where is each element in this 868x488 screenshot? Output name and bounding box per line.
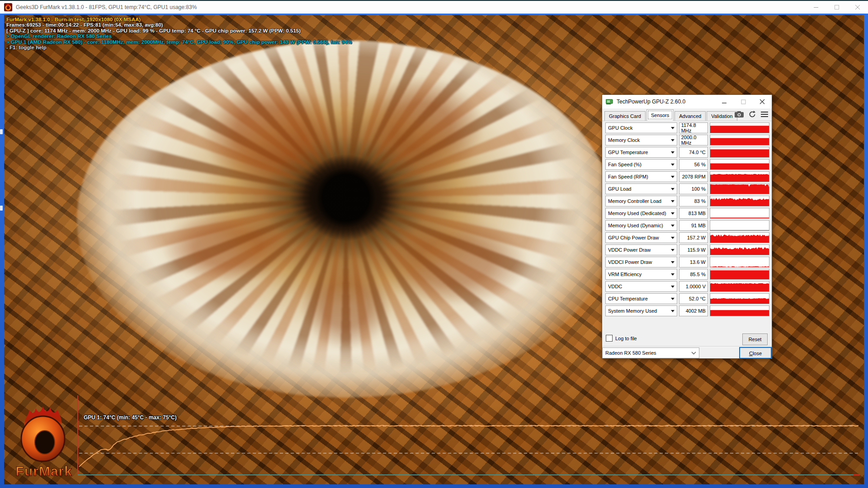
sensor-label: VDDC Power Draw xyxy=(608,247,670,253)
sensor-label: GPU Temperature xyxy=(608,150,670,155)
sensor-name-dropdown[interactable]: GPU Chip Power Draw xyxy=(605,232,677,243)
osd-stats: FurMark v1.38.1.0 - Burn-in test, 1920x1… xyxy=(6,17,352,50)
log-to-file-checkbox[interactable] xyxy=(606,335,613,342)
sensor-name-dropdown[interactable]: Fan Speed (%) xyxy=(605,159,677,170)
sensor-name-dropdown[interactable]: VDDC Power Draw xyxy=(605,244,677,255)
sensor-row: GPU Temperature 74.0 °C xyxy=(605,147,769,158)
tab-validation[interactable]: Validation xyxy=(707,111,737,121)
window-controls xyxy=(806,1,868,14)
sensor-name-dropdown[interactable]: Memory Clock xyxy=(605,135,677,145)
sensor-name-dropdown[interactable]: GPU Clock xyxy=(605,122,677,133)
gpuz-maximize-icon[interactable] xyxy=(734,95,753,108)
sensor-label: System Memory Used xyxy=(608,308,670,314)
sensor-row: GPU Clock 1174.8 MHz xyxy=(605,122,769,133)
dropdown-caret-icon xyxy=(671,127,675,129)
sensor-label: Fan Speed (RPM) xyxy=(608,174,670,179)
furmark-app-icon xyxy=(4,3,12,11)
menu-icon[interactable] xyxy=(761,112,768,117)
sensor-name-dropdown[interactable]: VDDCI Power Draw xyxy=(605,257,677,267)
gpu-temp-graph-label: GPU 1: 74°C (min: 45°C - max: 75°C) xyxy=(84,414,177,421)
furmark-logo: FurMark xyxy=(9,403,81,480)
sensor-row: Memory Clock 2000.0 MHz xyxy=(605,135,769,145)
sensor-history-graph xyxy=(710,135,769,145)
sensor-history-graph xyxy=(710,257,769,267)
gpuz-title: TechPowerUp GPU-Z 2.60.0 xyxy=(617,99,685,105)
fur-eye-pupil xyxy=(77,41,615,398)
gpuz-tab-bar: Graphics Card Sensors Advanced Validatio… xyxy=(602,108,772,121)
sensor-name-dropdown[interactable]: GPU Temperature xyxy=(605,147,677,158)
sensor-history-graph xyxy=(710,196,769,206)
desktop-item-fragment xyxy=(0,206,3,211)
dropdown-caret-icon xyxy=(671,151,675,154)
sensor-row: Fan Speed (RPM) 2078 RPM xyxy=(605,171,769,182)
sensor-row: System Memory Used 4002 MB xyxy=(605,305,769,316)
tab-advanced[interactable]: Advanced xyxy=(675,111,706,121)
gpuz-close-button[interactable]: Close xyxy=(739,347,772,359)
close-icon[interactable] xyxy=(847,1,868,14)
gpuz-toolbar xyxy=(735,111,768,118)
sensor-value: 115.9 W xyxy=(679,244,708,255)
logo-ring-hole xyxy=(35,431,55,454)
sensor-history-graph xyxy=(710,208,769,219)
osd-line: Frames:69253 - time:00:14:22 - FPS:81 (m… xyxy=(6,22,352,28)
gpu-card-selector[interactable]: Radeon RX 580 Series xyxy=(602,347,699,358)
sensor-value: 4002 MB xyxy=(679,305,708,316)
sensor-value: 1.0000 V xyxy=(679,281,708,292)
sensor-label: GPU Clock xyxy=(608,125,670,131)
sensor-name-dropdown[interactable]: System Memory Used xyxy=(605,305,677,316)
osd-line: [ GPU-Z ] core: 1174 MHz - mem: 2000 MHz… xyxy=(6,28,352,33)
sensor-name-dropdown[interactable]: Memory Used (Dedicated) xyxy=(605,208,677,219)
sensor-label: Memory Clock xyxy=(608,137,670,143)
osd-line: > GPU 1 (AMD Radeon RX 580) - core: 1180… xyxy=(6,39,352,45)
sensor-value: 13.6 W xyxy=(679,257,708,267)
sensor-name-dropdown[interactable]: GPU Load xyxy=(605,183,677,194)
dropdown-caret-icon xyxy=(671,286,675,288)
camera-icon[interactable] xyxy=(735,111,744,117)
osd-line: - F1: toggle help xyxy=(6,45,352,50)
dropdown-caret-icon xyxy=(671,176,675,178)
dropdown-caret-icon xyxy=(671,139,675,141)
gpuz-close-icon[interactable] xyxy=(753,95,772,108)
sensor-label: Memory Used (Dynamic) xyxy=(608,223,670,228)
sensor-value: 2000.0 MHz xyxy=(679,135,708,145)
sensor-value: 1174.8 MHz xyxy=(679,122,708,133)
sensor-history-graph xyxy=(710,183,769,194)
gpuz-window-controls xyxy=(715,95,772,108)
sensor-name-dropdown[interactable]: VRM Efficiency xyxy=(605,269,677,280)
sensor-history-graph xyxy=(710,269,769,280)
maximize-icon[interactable] xyxy=(826,1,847,14)
sensor-name-dropdown[interactable]: CPU Temperature xyxy=(605,293,677,304)
sensor-name-dropdown[interactable]: Fan Speed (RPM) xyxy=(605,171,677,182)
sensor-name-dropdown[interactable]: Memory Controller Load xyxy=(605,196,677,206)
sensor-row: Memory Used (Dynamic) 91 MB xyxy=(605,220,769,231)
sensor-label: GPU Chip Power Draw xyxy=(608,235,670,240)
tab-sensors[interactable]: Sensors xyxy=(646,109,674,121)
sensor-value: 56 % xyxy=(679,159,708,170)
sensor-name-dropdown[interactable]: VDDC xyxy=(605,281,677,292)
gpuz-minimize-icon[interactable] xyxy=(715,95,734,108)
sensor-row: Memory Used (Dedicated) 813 MB xyxy=(605,208,769,219)
dropdown-caret-icon xyxy=(671,261,675,263)
dropdown-caret-icon xyxy=(671,298,675,300)
gpuz-titlebar: TechPowerUp GPU-Z 2.60.0 xyxy=(602,95,772,108)
refresh-icon[interactable] xyxy=(749,111,756,118)
dropdown-caret-icon xyxy=(671,273,675,276)
sensor-row: VRM Efficiency 85.5 % xyxy=(605,269,769,280)
log-to-file-label: Log to file xyxy=(615,336,637,341)
sensor-value: 74.0 °C xyxy=(679,147,708,158)
sensor-row: Memory Controller Load 83 % xyxy=(605,196,769,206)
sensor-name-dropdown[interactable]: Memory Used (Dynamic) xyxy=(605,220,677,231)
osd-line: FurMark v1.38.1.0 - Burn-in test, 1920x1… xyxy=(6,17,352,22)
sensor-value: 83 % xyxy=(679,196,708,206)
sensor-label: Memory Used (Dedicated) xyxy=(608,211,670,216)
logo-text: FurMark xyxy=(15,464,72,479)
dropdown-caret-icon xyxy=(671,310,675,312)
reset-button[interactable]: Reset xyxy=(742,333,768,345)
minimize-icon[interactable] xyxy=(806,1,826,14)
sensor-history-graph xyxy=(710,305,769,316)
sensor-row: VDDC 1.0000 V xyxy=(605,281,769,292)
tab-graphics-card[interactable]: Graphics Card xyxy=(604,111,646,121)
furmark-fur-donut xyxy=(77,41,615,398)
sensor-value: 157.2 W xyxy=(679,232,708,243)
sensor-history-graph xyxy=(710,220,769,231)
